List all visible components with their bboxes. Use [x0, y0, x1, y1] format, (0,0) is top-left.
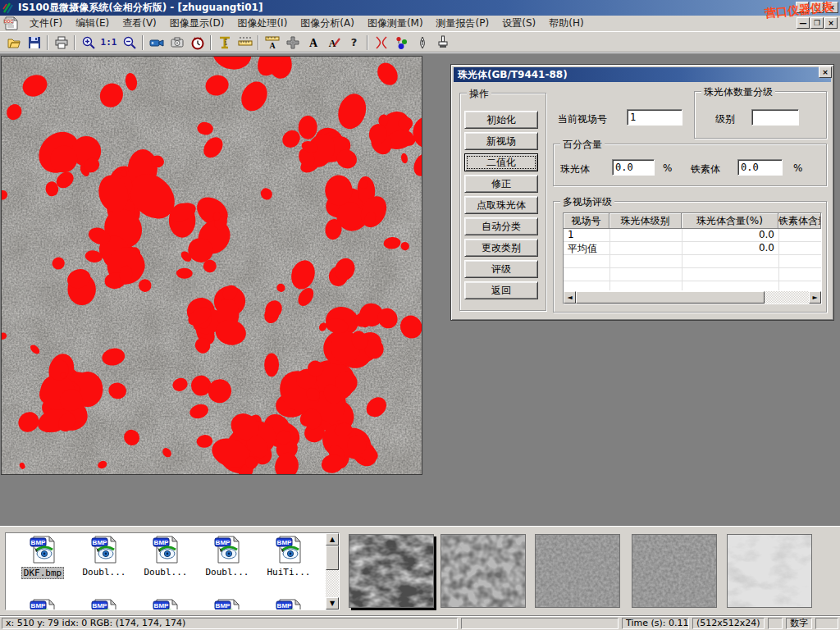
- dialog-close-button[interactable]: ×: [819, 66, 832, 78]
- status-bar: x: 510 y: 79 idx: 0 RGB: (174, 174, 174)…: [0, 615, 840, 630]
- file-item[interactable]: HuiTi...: [259, 536, 318, 578]
- cell-ferrite: [778, 242, 819, 254]
- maximize-button[interactable]: □: [810, 2, 824, 13]
- scroll-up-arrow[interactable]: ▲: [326, 533, 339, 546]
- scroll-down-arrow[interactable]: ▼: [326, 597, 339, 609]
- menu-settings[interactable]: 设置(S): [495, 15, 542, 32]
- menu-image-processing[interactable]: 图像处理(I): [231, 15, 294, 32]
- initialize-button[interactable]: 初始化: [464, 111, 538, 129]
- thumbnail-4[interactable]: [632, 534, 717, 608]
- dialog-title-bar[interactable]: 珠光体(GB/T9441-88): [454, 67, 831, 82]
- font-button[interactable]: A: [303, 34, 323, 51]
- file-item[interactable]: Doubl...: [75, 536, 134, 578]
- camera-button[interactable]: [167, 34, 187, 51]
- correct-button[interactable]: 修正: [464, 175, 538, 193]
- application-window: IS100显微摄像系统(金相分析版) - [zhuguangti01] _ □ …: [0, 0, 840, 630]
- help-button[interactable]: ?: [344, 34, 364, 51]
- ferrite-percent-input[interactable]: [737, 159, 783, 176]
- file-name: Doubl...: [143, 567, 189, 578]
- annotate-button[interactable]: A: [323, 34, 344, 51]
- file-list: DKF.bmp Doubl... Doubl... Doubl... HuiTi…: [5, 532, 340, 610]
- scroll-thumb[interactable]: [326, 546, 339, 570]
- change-class-button[interactable]: 更改类别: [464, 239, 538, 257]
- menu-image-display[interactable]: 图像显示(D): [163, 15, 231, 32]
- thumbnail-5[interactable]: [727, 534, 812, 608]
- curve-tool-button[interactable]: [371, 34, 391, 51]
- file-item[interactable]: [259, 599, 318, 610]
- menu-file[interactable]: 文件(F): [23, 15, 69, 32]
- mdi-minimize-button[interactable]: —: [797, 17, 810, 29]
- toolbar-separator: [47, 35, 48, 50]
- micrograph-image[interactable]: [1, 56, 422, 475]
- file-item[interactable]: [198, 599, 257, 610]
- document-icon[interactable]: DOC: [3, 16, 20, 30]
- open-button[interactable]: [3, 34, 24, 51]
- title-bar: IS100显微摄像系统(金相分析版) - [zhuguangti01] _ □ …: [0, 0, 840, 16]
- cell-field: 平均值: [564, 242, 609, 254]
- scroll-thumb[interactable]: [576, 291, 765, 304]
- col-header-grade[interactable]: 珠光体级别: [609, 213, 682, 229]
- table-row-empty[interactable]: [564, 268, 821, 281]
- table-row[interactable]: 1 0.0: [564, 229, 821, 242]
- grading-level-input[interactable]: [751, 109, 799, 126]
- mdi-close-button[interactable]: ×: [824, 17, 838, 29]
- caliper-button[interactable]: [214, 34, 235, 51]
- mdi-restore-button[interactable]: ❐: [810, 17, 824, 29]
- auto-classify-button[interactable]: 自动分类: [464, 217, 538, 235]
- return-button[interactable]: 返回: [464, 281, 538, 299]
- menu-help[interactable]: 帮助(H): [542, 15, 590, 32]
- save-button[interactable]: [24, 34, 44, 51]
- color-dots-button[interactable]: [391, 34, 412, 51]
- menu-view[interactable]: 查看(V): [116, 15, 163, 32]
- zoom-in-button[interactable]: [78, 34, 98, 51]
- pearlite-dialog: 珠光体(GB/T9441-88) × 操作 初始化 新视场 二值化 修正 点取珠…: [450, 64, 834, 321]
- file-item[interactable]: Doubl...: [198, 536, 257, 578]
- measure-text-button[interactable]: A: [262, 34, 282, 51]
- table-horizontal-scrollbar: ◄ ►: [564, 291, 821, 304]
- col-header-pearlite[interactable]: 珠光体含量(%): [682, 213, 778, 229]
- table-row-empty[interactable]: [564, 255, 821, 268]
- grid-cross-button[interactable]: [282, 34, 303, 51]
- file-list-scrollbar: ▲ ▼: [326, 533, 339, 609]
- pearlite-percent-input[interactable]: [612, 159, 655, 176]
- table-row[interactable]: 平均值 0.0: [564, 242, 821, 255]
- file-item[interactable]: DKF.bmp: [13, 536, 72, 579]
- scroll-track[interactable]: [765, 291, 809, 304]
- brush-button[interactable]: [432, 34, 453, 51]
- file-item[interactable]: Doubl...: [136, 536, 195, 578]
- thumbnail-3[interactable]: [535, 534, 620, 608]
- file-item[interactable]: [13, 599, 72, 610]
- clock-button[interactable]: [187, 34, 208, 51]
- close-button[interactable]: ×: [825, 2, 838, 13]
- video-camera-button[interactable]: [146, 34, 167, 51]
- scroll-right-arrow[interactable]: ►: [809, 291, 821, 304]
- file-item[interactable]: [75, 599, 134, 610]
- current-field-label: 当前视场号: [558, 112, 607, 126]
- scroll-left-arrow[interactable]: ◄: [564, 291, 576, 304]
- thumbnail-1[interactable]: [349, 534, 434, 608]
- pen-button[interactable]: [412, 34, 432, 51]
- print-button[interactable]: [51, 34, 71, 51]
- minimize-button[interactable]: _: [796, 2, 809, 13]
- pick-pearlite-button[interactable]: 点取珠光体: [464, 196, 538, 214]
- menu-image-analysis[interactable]: 图像分析(A): [294, 15, 361, 32]
- current-field-input[interactable]: [627, 109, 682, 126]
- ruler-button[interactable]: [235, 34, 255, 51]
- new-field-button[interactable]: 新视场: [464, 132, 538, 150]
- binarize-button[interactable]: 二值化: [464, 153, 538, 171]
- scroll-track[interactable]: [326, 546, 339, 597]
- file-name: DKF.bmp: [21, 567, 64, 579]
- thumbnail-2[interactable]: [441, 534, 526, 608]
- menu-edit[interactable]: 编辑(E): [69, 15, 116, 32]
- actual-size-button[interactable]: 1:1: [98, 34, 119, 51]
- file-item[interactable]: [136, 599, 195, 610]
- col-header-ferrite[interactable]: 铁素体含量(%): [778, 213, 821, 229]
- col-header-field[interactable]: 视场号: [564, 213, 609, 229]
- menu-measure-report[interactable]: 测量报告(P): [430, 15, 496, 32]
- zoom-out-button[interactable]: [119, 34, 139, 51]
- status-image-dimensions: (512x512x24): [692, 618, 765, 629]
- pearlite-percent-sign: %: [663, 162, 672, 174]
- rate-button[interactable]: 评级: [464, 260, 538, 278]
- rating-table: 视场号 珠光体级别 珠光体含量(%) 铁素体含量(%) 1 0.0 平均值 0.…: [563, 212, 822, 304]
- menu-image-measure[interactable]: 图像测量(M): [361, 15, 430, 32]
